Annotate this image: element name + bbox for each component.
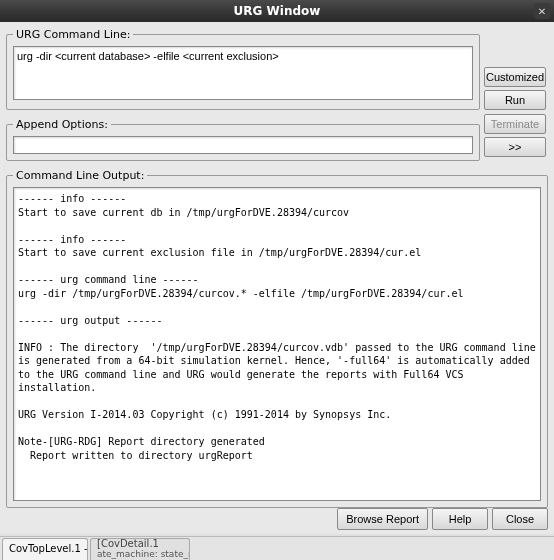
browse-report-button[interactable]: Browse Report (337, 508, 428, 530)
tab-label-sub: ate_machine: state_machine.v] (97, 550, 183, 559)
output-group: Command Line Output: ------ info ------ … (6, 169, 548, 508)
more-button[interactable]: >> (484, 137, 546, 157)
output-legend: Command Line Output: (13, 169, 147, 182)
append-options-input[interactable] (13, 136, 473, 154)
window-close-button[interactable]: ✕ (534, 3, 550, 19)
help-button[interactable]: Help (432, 508, 488, 530)
window-titlebar: URG Window ✕ (0, 0, 554, 22)
append-options-legend: Append Options: (13, 118, 111, 131)
window-body: URG Command Line: urg -dir <current data… (0, 22, 554, 534)
footer-buttons: Browse Report Help Close (337, 508, 548, 530)
status-bar: CovTopLevel.1 - [CovDetail.1 ate_machine… (0, 536, 554, 560)
tab-label-top: [CovDetail.1 (97, 539, 183, 550)
urg-command-group: URG Command Line: urg -dir <current data… (6, 28, 480, 110)
tab-covdetail[interactable]: [CovDetail.1 ate_machine: state_machine.… (90, 538, 190, 560)
close-icon: ✕ (538, 6, 546, 17)
run-button[interactable]: Run (484, 90, 546, 110)
customized-button[interactable]: Customized (484, 67, 546, 87)
close-button[interactable]: Close (492, 508, 548, 530)
tab-covtoplevel[interactable]: CovTopLevel.1 - (2, 538, 88, 560)
urg-command-input[interactable]: urg -dir <current database> -elfile <cur… (13, 46, 473, 100)
tab-label-top: CovTopLevel.1 - (9, 544, 81, 555)
urg-command-legend: URG Command Line: (13, 28, 133, 41)
terminate-button: Terminate (484, 114, 546, 134)
append-options-group: Append Options: (6, 118, 480, 161)
output-text[interactable]: ------ info ------ Start to save current… (13, 187, 541, 501)
window-title: URG Window (234, 4, 321, 18)
